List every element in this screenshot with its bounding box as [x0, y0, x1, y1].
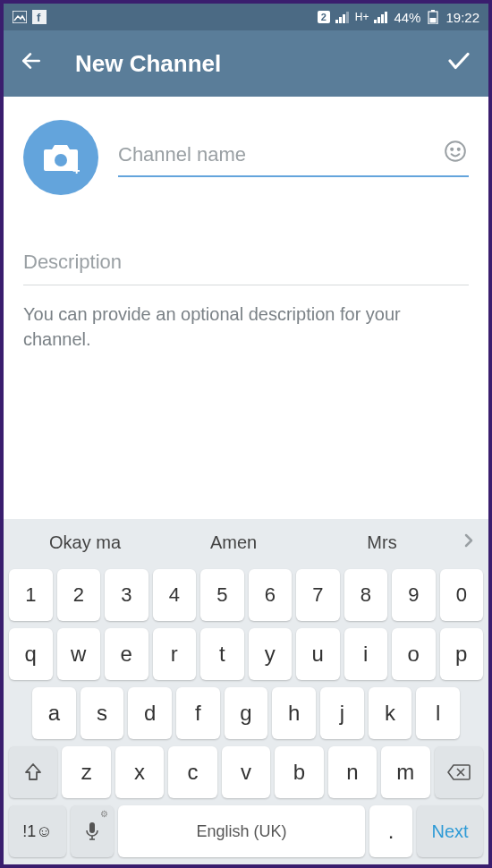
key-6[interactable]: 6 [249, 569, 293, 621]
description-input[interactable] [23, 245, 469, 285]
next-key[interactable]: Next [417, 805, 483, 857]
key-z[interactable]: z [62, 746, 110, 798]
key-row-bottom: !1☺ ⚙ English (UK) . Next [4, 802, 488, 864]
key-a[interactable]: a [32, 687, 76, 739]
key-i[interactable]: i [344, 628, 388, 680]
camera-icon: + [42, 141, 80, 174]
gear-icon: ⚙ [100, 809, 108, 819]
confirm-button[interactable] [445, 47, 472, 81]
emoji-button[interactable] [444, 140, 467, 166]
svg-point-17 [445, 141, 465, 161]
suggestion-2[interactable]: Amen [159, 532, 308, 553]
suggestion-bar: Okay ma Amen Mrs [4, 519, 488, 566]
key-x[interactable]: x [115, 746, 164, 798]
period-key[interactable]: . [369, 805, 412, 857]
svg-point-18 [451, 149, 453, 150]
suggestion-1[interactable]: Okay ma [11, 532, 159, 553]
key-f[interactable]: f [176, 687, 220, 739]
key-t[interactable]: t [200, 628, 244, 680]
shift-icon [22, 762, 44, 783]
key-l[interactable]: l [416, 687, 460, 739]
space-key[interactable]: English (UK) [118, 805, 365, 857]
key-2[interactable]: 2 [57, 569, 101, 621]
symbols-key[interactable]: !1☺ [9, 805, 66, 857]
page-title: New Channel [75, 50, 221, 78]
svg-text:f: f [37, 11, 41, 24]
key-4[interactable]: 4 [153, 569, 197, 621]
battery-text: 44% [394, 10, 420, 25]
signal-2-icon [374, 10, 388, 24]
key-v[interactable]: v [222, 746, 270, 798]
key-c[interactable]: c [168, 746, 216, 798]
network-type: H+ [355, 11, 369, 23]
key-r[interactable]: r [153, 628, 197, 680]
add-photo-button[interactable]: + [23, 120, 98, 195]
key-b[interactable]: b [275, 746, 323, 798]
clock-text: 19:22 [445, 10, 479, 25]
image-icon [13, 10, 27, 24]
sim-indicator: 2 [318, 11, 330, 23]
svg-rect-22 [89, 822, 95, 833]
svg-rect-5 [343, 14, 345, 23]
key-g[interactable]: g [225, 687, 268, 739]
key-d[interactable]: d [128, 687, 172, 739]
key-w[interactable]: w [57, 628, 101, 680]
key-e[interactable]: e [105, 628, 148, 680]
key-u[interactable]: u [296, 628, 340, 680]
key-row-1: q w e r t y u i o p [4, 625, 488, 684]
svg-rect-6 [346, 12, 349, 23]
key-j[interactable]: j [320, 687, 364, 739]
svg-rect-9 [381, 14, 384, 23]
svg-rect-4 [339, 17, 342, 23]
mic-key[interactable]: ⚙ [71, 805, 114, 857]
svg-rect-3 [335, 20, 338, 23]
svg-rect-13 [430, 18, 437, 23]
microphone-icon [84, 821, 100, 842]
key-7[interactable]: 7 [296, 569, 340, 621]
key-n[interactable]: n [328, 746, 377, 798]
backspace-icon [446, 763, 471, 781]
description-hint: You can provide an optional description … [23, 302, 469, 352]
key-5[interactable]: 5 [200, 569, 244, 621]
key-m[interactable]: m [381, 746, 429, 798]
key-9[interactable]: 9 [392, 569, 436, 621]
svg-point-19 [458, 149, 460, 150]
facebook-icon: f [32, 10, 47, 24]
key-o[interactable]: o [392, 628, 436, 680]
key-row-2: a s d f g h j k l [4, 684, 488, 743]
status-bar: f 2 H+ 44% 19:22 [4, 4, 488, 30]
shift-key[interactable] [9, 746, 57, 798]
app-bar: New Channel [4, 30, 488, 97]
key-row-3: z x c v b n m [4, 743, 488, 802]
svg-rect-8 [377, 17, 380, 23]
content-area: + You can provide an optional descriptio… [4, 97, 488, 352]
svg-text:+: + [72, 163, 80, 174]
key-p[interactable]: p [440, 628, 484, 680]
key-0[interactable]: 0 [440, 569, 484, 621]
key-k[interactable]: k [369, 687, 412, 739]
key-8[interactable]: 8 [344, 569, 388, 621]
svg-rect-10 [385, 12, 387, 23]
key-3[interactable]: 3 [105, 569, 148, 621]
suggestions-more-button[interactable] [456, 531, 481, 554]
suggestion-3[interactable]: Mrs [308, 532, 456, 553]
key-row-numbers: 1 2 3 4 5 6 7 8 9 0 [4, 566, 488, 625]
soft-keyboard: Okay ma Amen Mrs 1 2 3 4 5 6 7 8 9 0 q w… [4, 519, 488, 864]
key-y[interactable]: y [249, 628, 293, 680]
channel-name-input[interactable] [118, 138, 469, 177]
signal-icon [335, 10, 350, 24]
backspace-key[interactable] [435, 746, 483, 798]
svg-point-15 [55, 154, 67, 166]
key-h[interactable]: h [272, 687, 316, 739]
back-button[interactable] [20, 49, 43, 79]
key-1[interactable]: 1 [9, 569, 53, 621]
svg-rect-7 [374, 20, 377, 23]
key-q[interactable]: q [9, 628, 53, 680]
battery-icon [426, 10, 440, 24]
key-s[interactable]: s [81, 687, 124, 739]
